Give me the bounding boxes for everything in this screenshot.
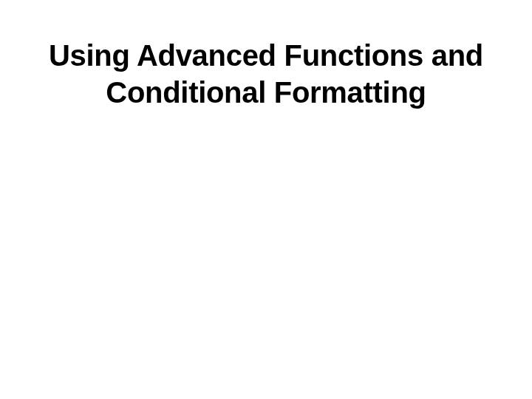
slide-container: Using Advanced Functions and Conditional… — [0, 0, 532, 399]
slide-title: Using Advanced Functions and Conditional… — [44, 37, 488, 111]
